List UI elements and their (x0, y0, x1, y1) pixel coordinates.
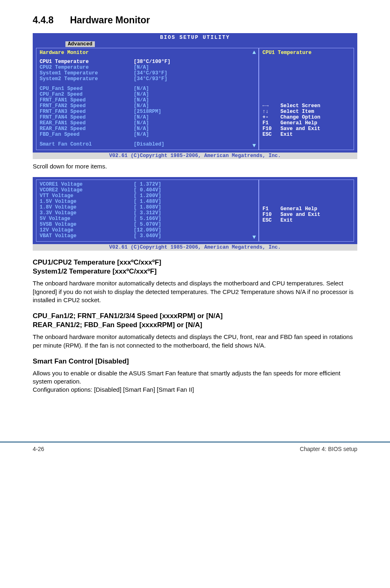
setting-label[interactable]: CPU_Fan2 Speed (40, 92, 134, 97)
setting-value[interactable]: [N/A] (134, 97, 149, 103)
scroll-down-icon[interactable]: ▼ (253, 234, 256, 240)
setting-row: VTT Voltage[ 1.200V] (40, 193, 255, 199)
setting-label[interactable]: Smart Fan Control (40, 141, 134, 147)
help-key: +- (262, 114, 280, 120)
bios-screenshot-1: BIOS SETUP UTILITY Advanced ▲ Hardware M… (33, 33, 357, 159)
help-text: Select Item (280, 109, 314, 114)
setting-value[interactable]: [ 3.040V] (134, 233, 161, 239)
chapter-label: Chapter 4: BIOS setup (300, 446, 357, 452)
help-key-list: ←→Select Screen ↑↓Select Item +-Change O… (262, 103, 350, 137)
setting-label[interactable]: VTT Voltage (40, 193, 134, 199)
setting-row: CPU_Fan1 Speed[N/A] (40, 86, 255, 92)
setting-value[interactable]: [38°C/100°F] (134, 59, 170, 65)
setting-value[interactable]: [N/A] (134, 126, 149, 132)
setting-label[interactable]: VBAT Voltage (40, 233, 134, 239)
scroll-down-icon[interactable]: ▼ (253, 142, 256, 149)
setting-label[interactable]: CPU1 Temperature (40, 59, 134, 65)
setting-value[interactable]: [N/A] (134, 92, 149, 97)
setting-label[interactable]: CPU2 Temperature (40, 65, 134, 70)
setting-value[interactable]: [ 1.488V] (134, 199, 161, 204)
setting-label[interactable]: 1.8V Voltage (40, 204, 134, 210)
setting-label[interactable]: 1.5V Voltage (40, 199, 134, 204)
setting-label[interactable]: VCORE2 Voltage (40, 187, 134, 193)
scroll-note: Scroll down for more items. (33, 162, 357, 171)
help-text: General Help (280, 206, 317, 212)
help-text: Exit (280, 132, 293, 137)
setting-row: 3.3V Voltage[ 3.312V] (40, 210, 255, 216)
setting-label[interactable]: VCORE1 Voltage (40, 182, 134, 187)
body-paragraph: Configuration options: [Disabled] [Smart… (33, 386, 357, 394)
setting-value[interactable]: [Disabled] (134, 141, 164, 147)
subhead-line: CPU_Fan1/2; FRNT_FAN1/2/3/4 Speed [xxxxR… (33, 312, 223, 320)
bios-left-pane: VCORE1 Voltage[ 1.372V] VCORE2 Voltage[ … (36, 180, 259, 242)
body-paragraph: The onboard hardware monitor automatical… (33, 333, 357, 350)
setting-row: FBD_Fan Speed[N/A] (40, 132, 255, 137)
help-key: ↑↓ (262, 109, 280, 114)
setting-label[interactable]: System2 Temperature (40, 76, 134, 82)
tab-advanced[interactable]: Advanced (65, 41, 95, 47)
setting-value[interactable]: [N/A] (134, 120, 149, 126)
setting-label[interactable]: 5V Voltage (40, 216, 134, 222)
setting-label[interactable]: REAR_FAN1 Speed (40, 120, 134, 126)
setting-value[interactable]: [34°C/93°F] (134, 70, 168, 76)
setting-label[interactable]: REAR_FAN2 Speed (40, 126, 134, 132)
help-text: General Help (280, 120, 317, 126)
setting-label[interactable]: 12V Voltage (40, 227, 134, 233)
setting-value[interactable]: [12.096V] (134, 227, 161, 233)
help-text: Save and Exit (280, 212, 321, 218)
setting-value[interactable]: [ 5.070V] (134, 222, 161, 227)
scroll-up-icon[interactable]: ▲ (253, 49, 256, 56)
help-text: Save and Exit (280, 126, 321, 132)
setting-row: REAR_FAN2 Speed[N/A] (40, 126, 255, 132)
setting-label[interactable]: FRNT_FAN3 Speed (40, 109, 134, 114)
setting-row: CPU2 Temperature [N/A] (40, 65, 255, 70)
setting-row: 5VSB Voltage[ 5.070V] (40, 222, 255, 227)
setting-value[interactable]: [2518RPM] (134, 109, 161, 114)
body-paragraph: The onboard hardware monitor automatical… (33, 279, 357, 304)
help-text: Change Option (280, 114, 321, 120)
setting-row: 1.5V Voltage[ 1.488V] (40, 199, 255, 204)
setting-value[interactable]: [ 1.200V] (134, 193, 161, 199)
help-key: F10 (262, 126, 280, 132)
page-footer: 4-26 Chapter 4: BIOS setup (0, 442, 390, 465)
setting-value[interactable]: [N/A] (134, 132, 149, 137)
setting-value[interactable]: [34°C/93°F] (134, 76, 168, 82)
bios-right-pane: F1General Help F10Save and Exit ESCExit (259, 180, 354, 242)
setting-label[interactable]: System1 Temperature (40, 70, 134, 76)
setting-value[interactable]: [ 5.166V] (134, 216, 161, 222)
setting-value[interactable]: [ 3.312V] (134, 210, 161, 216)
setting-value[interactable]: [ 1.372V] (134, 182, 161, 187)
setting-value[interactable]: [N/A] (134, 65, 149, 70)
pane-heading: Hardware Monitor (40, 50, 255, 56)
setting-label[interactable]: 3.3V Voltage (40, 210, 134, 216)
section-heading: 4.4.8Hardware Monitor (33, 15, 357, 26)
setting-value[interactable]: [N/A] (134, 114, 149, 120)
setting-label[interactable]: 5VSB Voltage (40, 222, 134, 227)
setting-row: System1 Temperature [34°C/93°F] (40, 70, 255, 76)
bios-title: BIOS SETUP UTILITY (33, 33, 357, 41)
setting-label[interactable]: FBD_Fan Speed (40, 132, 134, 137)
setting-row: VBAT Voltage[ 3.040V] (40, 233, 255, 239)
help-text: Select Screen (280, 103, 321, 109)
setting-label[interactable]: FRNT_FAN2 Speed (40, 103, 134, 109)
setting-row: Smart Fan Control[Disabled] (40, 141, 255, 147)
setting-row: CPU1 Temperature [38°C/100°F] (40, 59, 255, 65)
subheading-cpu-temp: CPU1/CPU2 Temperature [xxxºC/xxxºF] Syst… (33, 258, 357, 276)
help-title: CPU1 Temperature (262, 50, 350, 56)
setting-row: FRNT_FAN1 Speed[N/A] (40, 97, 255, 103)
bios-copyright: V02.61 (C)Copyright 1985-2006, American … (33, 244, 357, 251)
setting-value[interactable]: [N/A] (134, 86, 149, 92)
help-text: Exit (280, 218, 293, 223)
setting-row: 5V Voltage[ 5.166V] (40, 216, 255, 222)
setting-value[interactable]: [N/A] (134, 103, 149, 109)
section-number: 4.4.8 (33, 15, 54, 26)
setting-row: FRNT_FAN4 Speed[N/A] (40, 114, 255, 120)
setting-row: System2 Temperature [34°C/93°F] (40, 76, 255, 82)
setting-label[interactable]: FRNT_FAN1 Speed (40, 97, 134, 103)
help-key: F10 (262, 212, 280, 218)
setting-label[interactable]: FRNT_FAN4 Speed (40, 114, 134, 120)
setting-value[interactable]: [ 0.404V] (134, 187, 161, 193)
section-title-text: Hardware Monitor (70, 15, 150, 25)
setting-value[interactable]: [ 1.808V] (134, 204, 161, 210)
setting-label[interactable]: CPU_Fan1 Speed (40, 86, 134, 92)
